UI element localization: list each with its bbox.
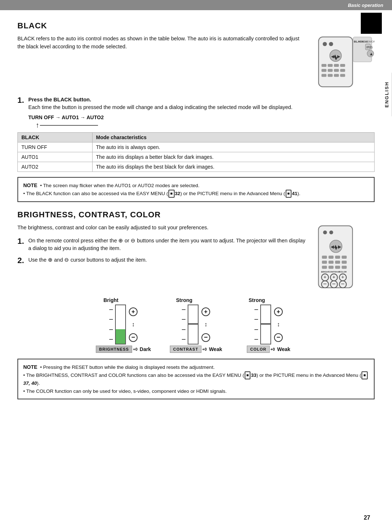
- section-label: Basic operation: [348, 3, 383, 8]
- step1-number: 1.: [17, 96, 25, 112]
- svg-rect-12: [322, 69, 327, 72]
- color-bar: [260, 305, 271, 344]
- contrast-bar: [188, 305, 199, 344]
- svg-rect-44: [322, 266, 327, 269]
- table-cell-mode-turnoff: TURN OFF: [18, 142, 93, 152]
- brightness-end-label: Dark: [140, 346, 151, 352]
- svg-rect-38: [335, 255, 340, 259]
- svg-rect-18: [334, 74, 339, 77]
- minus-icon[interactable]: −: [129, 333, 138, 342]
- svg-rect-40: [322, 261, 327, 264]
- table-cell-desc-auto1: The auto iris displays a better black fo…: [92, 152, 374, 162]
- table-header-black: BLACK: [18, 133, 93, 142]
- plus-icon[interactable]: +: [274, 307, 283, 316]
- slider-tick: [182, 339, 185, 340]
- link-icon-41: ■: [286, 190, 292, 198]
- bstep1-number: 1.: [17, 237, 25, 253]
- svg-rect-43: [342, 261, 347, 264]
- slider-tick: [254, 319, 258, 320]
- brightness-fill: [116, 329, 125, 344]
- page-number: 27: [364, 515, 370, 521]
- svg-rect-13: [328, 69, 333, 72]
- table-row: AUTO2 The auto iris displays the best bl…: [18, 162, 375, 172]
- color-fill: [261, 305, 270, 325]
- svg-point-2: [329, 42, 333, 46]
- contrast-plus-zero: +0: [202, 347, 207, 351]
- contrast-slider-visual: + ↕ −: [182, 305, 210, 344]
- brightness-top-label: Bright: [103, 297, 118, 303]
- brightness-slider-visual: + ↕ −: [109, 305, 138, 344]
- side-english-label: ENGLISH: [382, 73, 392, 116]
- table-cell-mode-auto2: AUTO2: [18, 162, 93, 172]
- slider-tick: [254, 329, 258, 330]
- plus-icon[interactable]: +: [129, 307, 138, 316]
- svg-rect-19: [340, 74, 345, 77]
- contrast-label-box: CONTRAST: [170, 346, 201, 353]
- slider-tick: [109, 339, 113, 340]
- svg-text:▶: ▶: [338, 244, 342, 249]
- color-plus-zero: +0: [270, 347, 275, 351]
- svg-text:+: +: [341, 274, 344, 280]
- color-label-box: COLOR: [247, 346, 270, 353]
- svg-rect-47: [342, 266, 347, 269]
- slider-tick: [254, 339, 258, 340]
- remote-brightness-image: ▲ ▲ ◀ ▶: [317, 224, 375, 291]
- minus-icon[interactable]: −: [201, 333, 210, 342]
- svg-text:+: +: [323, 274, 326, 280]
- link-icon-32: ■: [168, 190, 175, 198]
- svg-text:MEMORY: MEMORY: [365, 40, 375, 43]
- plus-icon[interactable]: +: [201, 307, 210, 316]
- down-arrow-icon: ↕: [277, 321, 280, 328]
- bstep1-content: On the remote control press either the ⊕…: [28, 237, 308, 253]
- note2-page-refs: 37, 40: [23, 380, 37, 386]
- link-icon-33: ■: [245, 371, 251, 379]
- upward-arrow-icon: ↑: [36, 121, 39, 129]
- slider-tick: [182, 309, 185, 310]
- contrast-end-label: Weak: [209, 346, 222, 352]
- brightness-plus-zero: +0: [133, 347, 138, 351]
- contrast-top-label: Strong: [176, 297, 192, 303]
- svg-rect-45: [328, 266, 334, 269]
- remote-brightness-svg: ▲ ▲ ◀ ▶: [317, 224, 375, 290]
- slider-tick: [109, 329, 113, 330]
- note-label: NOTE: [23, 182, 37, 188]
- svg-rect-41: [328, 261, 334, 264]
- brightness-title: BRIGHTNESS, CONTRAST, COLOR: [17, 210, 375, 219]
- brightness-bar: [115, 305, 126, 344]
- minus-icon[interactable]: −: [274, 333, 283, 342]
- remote-black-svg: ▲ ▲ ◀ ▶: [317, 35, 375, 89]
- step1-sub: Each time the button is pressed the mode…: [28, 104, 375, 112]
- brightness-intro-p: The brightness, contrast and color can b…: [17, 224, 308, 232]
- table-row: TURN OFF The auto iris is always open.: [18, 142, 375, 152]
- brightness-intro-text: The brightness, contrast and color can b…: [17, 224, 308, 268]
- brightness-step2: 2. Use the ⊕ and ⊖ cursor buttons to adj…: [17, 256, 308, 265]
- brightness-intro-area: The brightness, contrast and color can b…: [17, 224, 375, 291]
- brightness-note-box: NOTE • Pressing the RESET button while t…: [17, 359, 375, 399]
- mode-arrow-line: [40, 125, 98, 126]
- black-square-decoration: [361, 13, 382, 34]
- turn-off-diagram: TURN OFF → AUTO1 → AUTO2 ↑: [28, 114, 375, 129]
- brightness-section: BRIGHTNESS, CONTRAST, COLOR The brightne…: [17, 210, 375, 399]
- table-cell-mode-auto1: AUTO1: [18, 152, 93, 162]
- or-text: or: [124, 238, 129, 243]
- svg-text:−: −: [323, 281, 327, 287]
- svg-rect-37: [328, 255, 334, 259]
- svg-rect-9: [328, 64, 333, 67]
- black-mode-table: BLACK Mode characteristics TURN OFF The …: [17, 132, 375, 172]
- bstep2-content: Use the ⊕ and ⊖ cursor buttons to adjust…: [28, 256, 308, 265]
- slider-tick: [182, 329, 185, 330]
- slider-tick: [109, 319, 113, 320]
- svg-rect-10: [334, 64, 339, 67]
- svg-rect-36: [322, 255, 327, 259]
- black-intro-area: BLACK refers to the auto iris control mo…: [17, 35, 375, 90]
- turn-off-label: TURN OFF → AUTO1 → AUTO2: [28, 114, 375, 120]
- color-bottom-row: COLOR +0 Weak: [247, 346, 290, 353]
- svg-text:−: −: [332, 281, 336, 287]
- brightness-slider: Bright +: [87, 297, 160, 353]
- svg-rect-11: [340, 64, 345, 67]
- svg-text:+: +: [332, 274, 335, 280]
- contrast-bottom-row: CONTRAST +0 Weak: [170, 346, 222, 353]
- note2-label: NOTE: [23, 364, 37, 370]
- sliders-row: Bright +: [17, 297, 375, 353]
- svg-rect-15: [340, 69, 345, 72]
